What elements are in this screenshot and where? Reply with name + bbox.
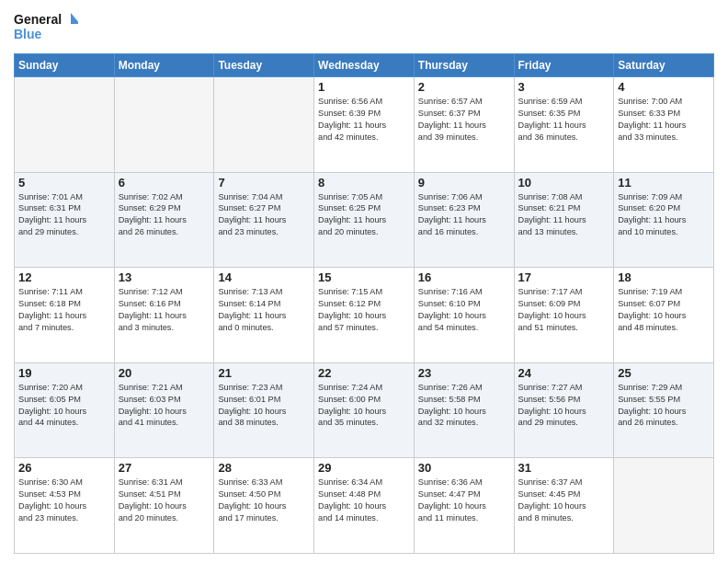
calendar-week-3: 12Sunrise: 7:11 AMSunset: 6:18 PMDayligh… [15,268,714,363]
day-number: 5 [18,176,110,190]
day-number: 3 [518,80,610,94]
day-info: Sunrise: 6:37 AMSunset: 4:45 PMDaylight:… [518,477,610,524]
calendar-cell: 24Sunrise: 7:27 AMSunset: 5:56 PMDayligh… [514,362,614,458]
day-number: 19 [18,366,110,380]
day-number: 31 [518,461,610,475]
calendar-week-4: 19Sunrise: 7:20 AMSunset: 6:05 PMDayligh… [15,362,714,458]
day-number: 30 [418,461,510,475]
day-number: 17 [518,270,610,284]
calendar-cell: 15Sunrise: 7:15 AMSunset: 6:12 PMDayligh… [314,268,415,363]
weekday-header-row: SundayMondayTuesdayWednesdayThursdayFrid… [15,54,714,77]
day-number: 27 [119,461,210,475]
day-info: Sunrise: 7:20 AMSunset: 6:05 PMDaylight:… [18,382,110,430]
day-number: 13 [119,270,210,284]
day-info: Sunrise: 6:34 AMSunset: 4:48 PMDaylight:… [318,477,410,524]
calendar-cell: 6Sunrise: 7:02 AMSunset: 6:29 PMDaylight… [114,172,214,268]
day-info: Sunrise: 7:27 AMSunset: 5:56 PMDaylight:… [518,382,610,430]
day-number: 21 [218,366,310,380]
svg-marker-2 [71,13,78,24]
calendar-cell: 2Sunrise: 6:57 AMSunset: 6:37 PMDaylight… [414,77,514,173]
calendar-cell: 29Sunrise: 6:34 AMSunset: 4:48 PMDayligh… [314,458,415,554]
calendar-cell [15,77,115,173]
day-number: 20 [119,366,210,380]
calendar: SundayMondayTuesdayWednesdayThursdayFrid… [14,53,714,554]
calendar-cell: 14Sunrise: 7:13 AMSunset: 6:14 PMDayligh… [214,268,314,363]
calendar-cell: 25Sunrise: 7:29 AMSunset: 5:55 PMDayligh… [614,362,714,458]
calendar-week-1: 1Sunrise: 6:56 AMSunset: 6:39 PMDaylight… [15,77,714,173]
day-info: Sunrise: 6:31 AMSunset: 4:51 PMDaylight:… [119,477,210,524]
calendar-cell: 31Sunrise: 6:37 AMSunset: 4:45 PMDayligh… [514,458,614,554]
day-number: 24 [518,366,610,380]
page-header: General Blue [14,9,714,46]
calendar-cell: 26Sunrise: 6:30 AMSunset: 4:53 PMDayligh… [15,458,115,554]
calendar-cell: 16Sunrise: 7:16 AMSunset: 6:10 PMDayligh… [414,268,514,363]
day-info: Sunrise: 7:12 AMSunset: 6:16 PMDaylight:… [119,286,210,334]
calendar-cell [114,77,214,173]
day-number: 1 [318,80,410,94]
day-number: 29 [318,461,410,475]
calendar-cell: 8Sunrise: 7:05 AMSunset: 6:25 PMDaylight… [314,172,415,268]
day-info: Sunrise: 6:30 AMSunset: 4:53 PMDaylight:… [18,477,110,524]
calendar-cell: 21Sunrise: 7:23 AMSunset: 6:01 PMDayligh… [214,362,314,458]
day-info: Sunrise: 7:04 AMSunset: 6:27 PMDaylight:… [218,191,310,239]
calendar-cell: 11Sunrise: 7:09 AMSunset: 6:20 PMDayligh… [614,172,714,268]
calendar-cell: 13Sunrise: 7:12 AMSunset: 6:16 PMDayligh… [114,268,214,363]
weekday-header-saturday: Saturday [614,54,714,77]
weekday-header-sunday: Sunday [15,54,115,77]
calendar-cell: 4Sunrise: 7:00 AMSunset: 6:33 PMDaylight… [614,77,714,173]
calendar-cell: 9Sunrise: 7:06 AMSunset: 6:23 PMDaylight… [414,172,514,268]
day-number: 22 [318,366,410,380]
calendar-cell: 27Sunrise: 6:31 AMSunset: 4:51 PMDayligh… [114,458,214,554]
svg-text:Blue: Blue [14,27,42,41]
day-info: Sunrise: 7:19 AMSunset: 6:07 PMDaylight:… [618,286,710,334]
day-number: 12 [18,270,110,284]
day-info: Sunrise: 7:11 AMSunset: 6:18 PMDaylight:… [18,286,110,334]
day-number: 6 [119,176,210,190]
day-info: Sunrise: 7:09 AMSunset: 6:20 PMDaylight:… [618,191,710,239]
calendar-week-2: 5Sunrise: 7:01 AMSunset: 6:31 PMDaylight… [15,172,714,268]
calendar-cell: 28Sunrise: 6:33 AMSunset: 4:50 PMDayligh… [214,458,314,554]
day-info: Sunrise: 7:02 AMSunset: 6:29 PMDaylight:… [119,191,210,239]
day-info: Sunrise: 6:33 AMSunset: 4:50 PMDaylight:… [218,477,310,524]
day-number: 11 [618,176,710,190]
calendar-cell: 22Sunrise: 7:24 AMSunset: 6:00 PMDayligh… [314,362,415,458]
weekday-header-thursday: Thursday [414,54,514,77]
day-number: 14 [218,270,310,284]
day-number: 28 [218,461,310,475]
day-number: 26 [18,461,110,475]
day-number: 8 [318,176,410,190]
day-info: Sunrise: 7:13 AMSunset: 6:14 PMDaylight:… [218,286,310,334]
weekday-header-wednesday: Wednesday [314,54,415,77]
day-info: Sunrise: 6:36 AMSunset: 4:47 PMDaylight:… [418,477,510,524]
logo: General Blue [14,9,78,46]
day-number: 16 [418,270,510,284]
svg-text:General: General [14,12,62,27]
calendar-cell: 23Sunrise: 7:26 AMSunset: 5:58 PMDayligh… [414,362,514,458]
calendar-week-5: 26Sunrise: 6:30 AMSunset: 4:53 PMDayligh… [15,458,714,554]
day-info: Sunrise: 7:21 AMSunset: 6:03 PMDaylight:… [119,382,210,430]
day-info: Sunrise: 7:06 AMSunset: 6:23 PMDaylight:… [418,191,510,239]
day-info: Sunrise: 7:24 AMSunset: 6:00 PMDaylight:… [318,382,410,430]
day-info: Sunrise: 7:16 AMSunset: 6:10 PMDaylight:… [418,286,510,334]
day-number: 2 [418,80,510,94]
calendar-cell: 1Sunrise: 6:56 AMSunset: 6:39 PMDaylight… [314,77,415,173]
day-number: 7 [218,176,310,190]
day-info: Sunrise: 6:59 AMSunset: 6:35 PMDaylight:… [518,96,610,144]
calendar-cell: 19Sunrise: 7:20 AMSunset: 6:05 PMDayligh… [15,362,115,458]
day-info: Sunrise: 7:05 AMSunset: 6:25 PMDaylight:… [318,191,410,239]
logo-svg: General Blue [14,9,78,46]
calendar-cell: 30Sunrise: 6:36 AMSunset: 4:47 PMDayligh… [414,458,514,554]
calendar-cell: 20Sunrise: 7:21 AMSunset: 6:03 PMDayligh… [114,362,214,458]
day-info: Sunrise: 7:23 AMSunset: 6:01 PMDaylight:… [218,382,310,430]
day-number: 18 [618,270,710,284]
calendar-cell [614,458,714,554]
weekday-header-monday: Monday [114,54,214,77]
day-number: 10 [518,176,610,190]
day-info: Sunrise: 6:57 AMSunset: 6:37 PMDaylight:… [418,96,510,144]
day-info: Sunrise: 7:08 AMSunset: 6:21 PMDaylight:… [518,191,610,239]
calendar-cell: 17Sunrise: 7:17 AMSunset: 6:09 PMDayligh… [514,268,614,363]
day-number: 15 [318,270,410,284]
calendar-cell: 5Sunrise: 7:01 AMSunset: 6:31 PMDaylight… [15,172,115,268]
day-number: 4 [618,80,710,94]
day-number: 25 [618,366,710,380]
